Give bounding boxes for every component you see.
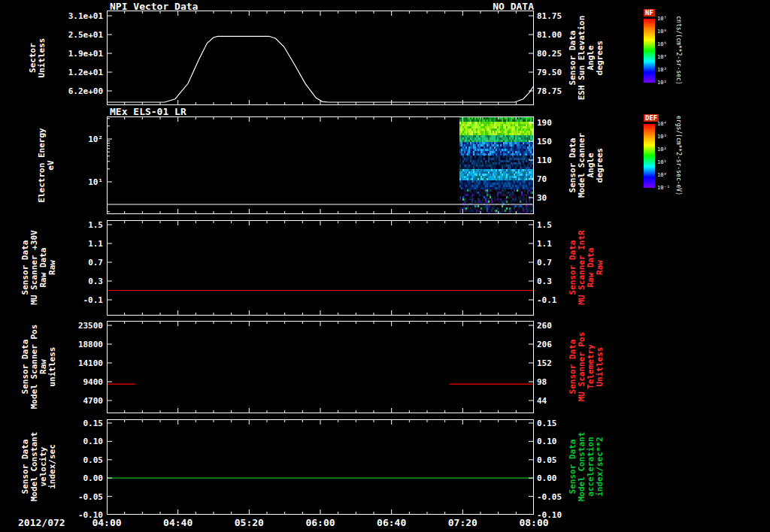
colorbar-tick-label: 10⁻¹ bbox=[657, 185, 670, 191]
colorbar-tick-label: 10² bbox=[657, 147, 667, 153]
panel-3-plot bbox=[107, 220, 534, 316]
y-tick-label-right: 70 bbox=[537, 174, 590, 184]
y-tick-label-left: 2.5e+01 bbox=[28, 30, 103, 40]
y-tick-label-left: 0.10 bbox=[28, 437, 103, 446]
colorbar-nf-unit-label: cnts/(cm**2-sr-sec) bbox=[675, 16, 682, 85]
y-tick-label-right: 1.1 bbox=[537, 239, 590, 249]
y-tick-label-right: 0.15 bbox=[537, 419, 590, 428]
y-tick-label-left: 1.2e+01 bbox=[28, 68, 103, 77]
x-tick-label: 04:00 bbox=[84, 517, 129, 528]
y-tick-label-right: 152 bbox=[537, 358, 590, 368]
y-tick-label-left: 0.7 bbox=[28, 258, 103, 268]
y-tick-label-left: 23500 bbox=[28, 321, 103, 331]
y-tick-label-right: 0.10 bbox=[537, 437, 590, 446]
y-tick-label-left: 14100 bbox=[28, 358, 103, 368]
y-tick-label-left: -0.1 bbox=[28, 295, 103, 305]
x-tick-label: 06:00 bbox=[298, 517, 343, 528]
colorbar-def-gradient bbox=[644, 124, 655, 188]
colorbar-tick-label: 10⁴ bbox=[657, 121, 667, 127]
panel-2-plot bbox=[107, 116, 534, 214]
y-tick-label-right: 190 bbox=[537, 118, 590, 128]
panel2-title: MEx ELS-01 LR bbox=[110, 106, 186, 117]
y-tick-label-right: 30 bbox=[537, 193, 590, 203]
y-tick-label-right: 0.05 bbox=[537, 455, 590, 465]
y-tick-label-right: 1.5 bbox=[537, 220, 590, 230]
colorbar-tick-label: 10³ bbox=[657, 134, 667, 140]
y-tick-label-left: 9400 bbox=[28, 377, 103, 387]
y-tick-label-left: 0.00 bbox=[28, 473, 103, 483]
y-tick-label-right: 150 bbox=[537, 137, 590, 147]
y-tick-label-left: 1.5 bbox=[28, 220, 103, 230]
x-tick-label: 07:20 bbox=[440, 517, 485, 528]
panel-4-plot bbox=[107, 321, 534, 413]
y-tick-label-left: 0.15 bbox=[28, 419, 103, 428]
colorbar-tick-label: 10⁵ bbox=[657, 41, 667, 47]
x-tick-label: 05:20 bbox=[226, 517, 271, 528]
y-tick-label-right: 206 bbox=[537, 340, 590, 349]
y-tick-label-right: 78.75 bbox=[537, 86, 590, 96]
colorbar-def: DEF ergs/(cm**2-sr-sec-eV) bbox=[644, 124, 696, 188]
colorbar-tick-label: 10⁷ bbox=[657, 16, 667, 22]
colorbar-nf-title: NF bbox=[644, 9, 655, 17]
x-tick-label: 08:00 bbox=[511, 517, 556, 528]
y-tick-label-right: 79.50 bbox=[537, 68, 590, 77]
colorbar-tick-label: 10² bbox=[657, 80, 667, 86]
y-tick-label-right: -0.05 bbox=[537, 492, 590, 502]
aspera-quicklook-display: NPI Vector Data NO DATA MEx ELS-01 LR Se… bbox=[0, 0, 770, 532]
y-tick-label-right: 0.7 bbox=[537, 258, 590, 268]
colorbar-nf-gradient bbox=[644, 19, 655, 83]
x-tick-label: 06:40 bbox=[369, 517, 414, 528]
y-tick-label-left: 18800 bbox=[28, 340, 103, 349]
colorbar-tick-label: 10⁶ bbox=[657, 29, 667, 35]
y-tick-label-left: 0.05 bbox=[28, 455, 103, 465]
y-tick-label-left: 3.1e+01 bbox=[28, 11, 103, 21]
y-tick-label-right: 81.00 bbox=[537, 30, 590, 40]
colorbar-tick-label: 10³ bbox=[657, 67, 667, 73]
colorbar-tick-label: 10⁰ bbox=[657, 172, 667, 178]
y-tick-label-right: -0.1 bbox=[537, 295, 590, 305]
x-tick-label: 04:40 bbox=[156, 517, 201, 528]
y-tick-label-left: 4700 bbox=[28, 396, 103, 406]
y-tick-label-right: 44 bbox=[537, 396, 590, 406]
y-tick-label-right: 81.75 bbox=[537, 11, 590, 21]
panel-5-plot bbox=[107, 419, 534, 515]
y-tick-label-left: 1.1 bbox=[28, 239, 103, 249]
y-tick-label-right: 80.25 bbox=[537, 49, 590, 59]
y-tick-label-right: 110 bbox=[537, 156, 590, 165]
colorbar-tick-label: 10¹ bbox=[657, 159, 667, 165]
colorbar-nf: NF cnts/(cm**2-sr-sec) bbox=[644, 19, 696, 83]
y-tick-label-left: 6.2e+00 bbox=[28, 86, 103, 96]
colorbar-def-unit-label: ergs/(cm**2-sr-sec-eV) bbox=[675, 116, 682, 195]
y-tick-label-left: 0.3 bbox=[28, 277, 103, 286]
y-tick-label-left: -0.05 bbox=[28, 492, 103, 502]
y-tick-label-left: 10¹ bbox=[28, 177, 103, 187]
y-tick-label-right: 0.3 bbox=[537, 277, 590, 286]
y-tick-label-right: 98 bbox=[537, 377, 590, 387]
y-tick-label-left: 10² bbox=[28, 135, 103, 144]
y-tick-label-left: 1.9e+01 bbox=[28, 49, 103, 59]
y-tick-label-right: 0.00 bbox=[537, 473, 590, 483]
panel-1-plot bbox=[107, 11, 534, 105]
y-tick-label-right: 260 bbox=[537, 321, 590, 331]
colorbar-tick-label: 10⁴ bbox=[657, 54, 667, 60]
